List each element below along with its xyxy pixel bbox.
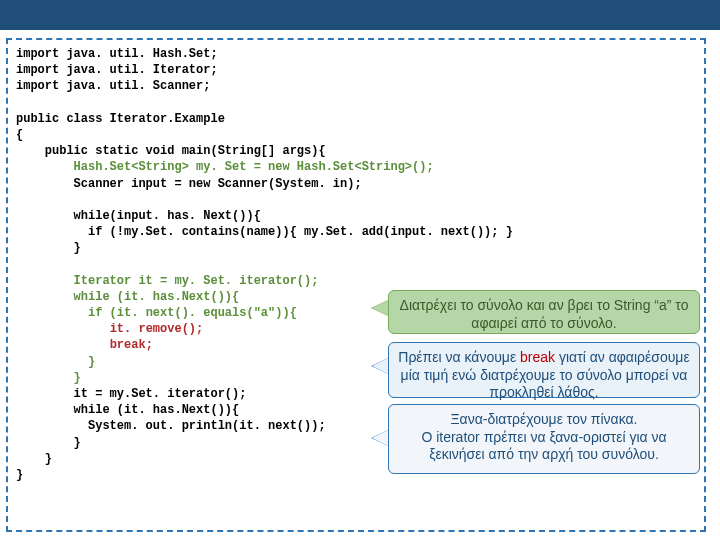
code-highlight-green: while (it. has.Next()){ xyxy=(74,290,240,304)
code-highlight-green: Hash.Set<String> my. Set = new Hash.Set<… xyxy=(74,160,434,174)
code-indent xyxy=(16,274,74,288)
code-line: if (!my.Set. contains(name)){ my.Set. ad… xyxy=(16,225,513,239)
callout-break: Πρέπει να κάνουμε break γιατί αν αφαιρέσ… xyxy=(388,342,700,398)
code-line: } xyxy=(16,452,52,466)
callout-tail xyxy=(372,430,388,446)
callout-reiterate: Ξανα-διατρέχουμε τον πίνακα. O iterator … xyxy=(388,404,700,474)
code-line: import java. util. Iterator; xyxy=(16,63,218,77)
code-indent xyxy=(16,322,110,336)
callout-text: Πρέπει να κάνουμε xyxy=(398,349,520,365)
code-line: while(input. has. Next()){ xyxy=(16,209,261,223)
code-indent xyxy=(16,306,88,320)
code-line: System. out. println(it. next()); xyxy=(16,419,326,433)
code-highlight-green: } xyxy=(88,355,95,369)
code-highlight-green: } xyxy=(74,371,81,385)
code-line: import java. util. Hash.Set; xyxy=(16,47,218,61)
code-highlight-red: break; xyxy=(110,338,153,352)
callout-iterator-remove: Διατρέχει το σύνολο και αν βρει το Strin… xyxy=(388,290,700,334)
code-line: it = my.Set. iterator(); xyxy=(16,387,246,401)
callout-tail xyxy=(372,358,388,374)
code-highlight-green: Iterator it = my. Set. iterator(); xyxy=(74,274,319,288)
code-line: while (it. has.Next()){ xyxy=(16,403,239,417)
code-indent xyxy=(16,355,88,369)
code-indent xyxy=(16,371,74,385)
code-line: import java. util. Scanner; xyxy=(16,79,210,93)
code-line: Scanner input = new Scanner(System. in); xyxy=(16,177,362,191)
code-line: { xyxy=(16,128,23,142)
code-line: } xyxy=(16,436,81,450)
code-highlight-red: it. remove(); xyxy=(110,322,204,336)
code-line: public static void main(String[] args){ xyxy=(16,144,326,158)
slide-header-bar xyxy=(0,0,720,30)
code-indent xyxy=(16,338,110,352)
callout-tail xyxy=(372,300,388,316)
code-indent xyxy=(16,290,74,304)
code-line: } xyxy=(16,241,81,255)
code-indent xyxy=(16,160,74,174)
callout-text: Ξανα-διατρέχουμε τον πίνακα. O iterator … xyxy=(421,411,666,462)
code-line: } xyxy=(16,468,23,482)
code-highlight-green: if (it. next(). equals("a")){ xyxy=(88,306,297,320)
code-line: public class Iterator.Example xyxy=(16,112,225,126)
callout-text: Διατρέχει το σύνολο και αν βρει το Strin… xyxy=(400,297,689,331)
callout-break-keyword: break xyxy=(520,349,555,365)
